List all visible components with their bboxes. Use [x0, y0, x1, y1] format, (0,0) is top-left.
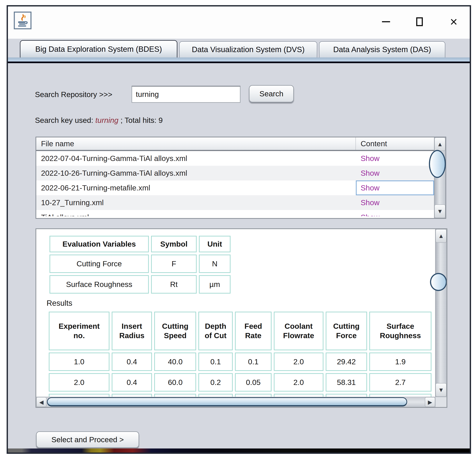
search-summary-suffix: ; Total hits: 9 [118, 116, 163, 125]
variables-header: Symbol [151, 236, 197, 252]
close-icon: × [450, 14, 458, 29]
variable-name: Surface Roughness [50, 275, 149, 293]
show-link[interactable]: Show [361, 154, 379, 163]
maximize-button[interactable] [411, 14, 428, 30]
result-cell: 2.0 [274, 352, 323, 371]
arrow-down-icon: ▼ [437, 208, 443, 215]
results-header: Coolant Flowrate [274, 312, 323, 350]
results-header: Surface Roughness [369, 312, 432, 350]
variable-unit: N [199, 255, 231, 273]
content-cell: Show [356, 210, 434, 216]
result-cell: 29.42 [326, 352, 367, 371]
scroll-right-button[interactable]: ▶ [425, 397, 435, 407]
tab-das-label: Data Analysis System (DAS) [333, 45, 431, 54]
scroll-up-button[interactable]: ▲ [435, 229, 447, 243]
search-repository-label: Search Repository >>> [35, 86, 112, 103]
preview-vertical-scrollbar[interactable]: ▲ ▼ [435, 229, 447, 397]
file-row-partial[interactable]: TiAl alloys.xml Show [36, 210, 446, 216]
result-cell: 58.31 [326, 373, 367, 392]
variable-name: Cutting Force [50, 255, 149, 273]
tab-dvs[interactable]: Data Visualization System (DVS) [179, 41, 317, 58]
show-link[interactable]: Show [361, 169, 379, 177]
scroll-down-button[interactable]: ▼ [434, 205, 446, 218]
minimize-icon [382, 21, 390, 22]
results-header: Experiment no. [49, 312, 110, 350]
result-cell: 2.7 [369, 373, 432, 392]
content-cell: Show [356, 195, 434, 210]
file-name-cell: 2022-07-04-Turning-Gamma-TiAl alloys.xml [36, 151, 356, 166]
scrollbar-thumb[interactable] [430, 273, 447, 291]
arrow-down-icon: ▼ [438, 387, 444, 394]
tab-bdes[interactable]: Big Data Exploration System (BDES) [20, 40, 177, 58]
file-name-cell: 2022-06-21-Turning-metafile.xml [36, 180, 356, 195]
file-row[interactable]: 2022-07-04-Turning-Gamma-TiAl alloys.xml… [36, 151, 446, 166]
file-name-cell: 10-27_Turning.xml [36, 195, 356, 210]
results-header: Cutting Force [326, 312, 367, 350]
select-and-proceed-button[interactable]: Select and Proceed > [36, 431, 139, 448]
show-link[interactable]: Show [361, 198, 379, 207]
content-cell: Show [356, 166, 434, 180]
tab-das[interactable]: Data Analysis System (DAS) [319, 41, 445, 58]
screenshot-root: × Big Data Exploration System (BDES) Dat… [0, 0, 476, 468]
arrow-up-icon: ▲ [438, 233, 444, 239]
show-link[interactable]: Show [361, 184, 379, 192]
scroll-left-button[interactable]: ◀ [36, 397, 47, 407]
variable-symbol: F [151, 255, 197, 273]
search-key: turning [95, 116, 118, 125]
arrow-up-icon: ▲ [437, 141, 443, 148]
results-header: Cutting Speed [154, 312, 196, 350]
file-row[interactable]: 2022-10-26-Turning-Gamma-TiAl alloys.xml… [36, 166, 446, 180]
result-cell: 0.4 [112, 352, 152, 371]
column-header-file-name[interactable]: File name [36, 137, 356, 150]
arrow-left-icon: ◀ [39, 399, 43, 405]
search-button[interactable]: Search [249, 85, 294, 102]
show-link[interactable]: Show [361, 213, 379, 216]
result-cell: 2.0 [49, 373, 110, 392]
select-and-proceed-label: Select and Proceed > [51, 435, 124, 444]
tab-dvs-label: Data Visualization System (DVS) [192, 45, 305, 54]
content-cell: Show [356, 151, 434, 166]
scroll-up-button[interactable]: ▲ [434, 137, 446, 151]
content-cell-focused: Show [356, 180, 434, 195]
tab-content-edge [8, 58, 470, 61]
result-cell: 1.9 [369, 352, 432, 371]
result-cell: 0.05 [235, 373, 272, 392]
scroll-down-button[interactable]: ▼ [435, 383, 447, 397]
scrollbar-corner [435, 397, 447, 407]
results-table: Experiment no. Insert Radius Cutting Spe… [47, 309, 434, 397]
search-button-label: Search [259, 89, 283, 98]
column-header-content[interactable]: Content [356, 137, 446, 150]
maximize-icon [416, 17, 423, 26]
scrollbar-thumb[interactable] [47, 397, 407, 407]
file-name-cell: TiAl alloys.xml [36, 210, 356, 216]
results-row: 1.0 0.4 40.0 0.1 0.1 2.0 29.42 1.9 [49, 352, 432, 371]
file-row[interactable]: 10-27_Turning.xml Show [36, 195, 446, 210]
variables-header-row: Evaluation Variables Symbol Unit [50, 236, 231, 252]
results-header: Feed Rate [235, 312, 272, 350]
preview-horizontal-scrollbar[interactable]: ◀ ▶ [36, 397, 435, 407]
search-summary-prefix: Search key used: [35, 116, 95, 125]
main-content: Big Data Exploration System (BDES) Data … [8, 39, 470, 449]
file-list-scrollbar[interactable]: ▲ ▼ [434, 137, 446, 218]
results-row: 2.0 0.4 60.0 0.2 0.05 2.0 58.31 2.7 [49, 373, 432, 392]
result-cell: 0.1 [235, 352, 272, 371]
result-cell: 0.2 [198, 373, 233, 392]
result-cell: 60.0 [154, 373, 196, 392]
variable-unit: µm [199, 275, 231, 293]
result-cell: 0.1 [198, 352, 233, 371]
scrollbar-thumb[interactable] [429, 150, 446, 178]
close-button[interactable]: × [446, 14, 462, 30]
search-input[interactable] [132, 86, 240, 103]
results-header: Depth of Cut [198, 312, 233, 350]
variables-row: Cutting Force F N [50, 255, 231, 273]
result-cell: 40.0 [154, 352, 196, 371]
file-row[interactable]: 2022-06-21-Turning-metafile.xml Show [36, 180, 446, 195]
java-app-icon [14, 12, 31, 29]
variables-header: Unit [199, 236, 231, 252]
minimize-button[interactable] [378, 14, 394, 30]
results-header-row: Experiment no. Insert Radius Cutting Spe… [49, 312, 432, 350]
app-window: × Big Data Exploration System (BDES) Dat… [7, 5, 471, 454]
tab-bdes-label: Big Data Exploration System (BDES) [35, 45, 162, 54]
file-results-table: File name Content 2022-07-04-Turning-Gam… [36, 137, 446, 219]
file-name-cell: 2022-10-26-Turning-Gamma-TiAl alloys.xml [36, 166, 356, 180]
